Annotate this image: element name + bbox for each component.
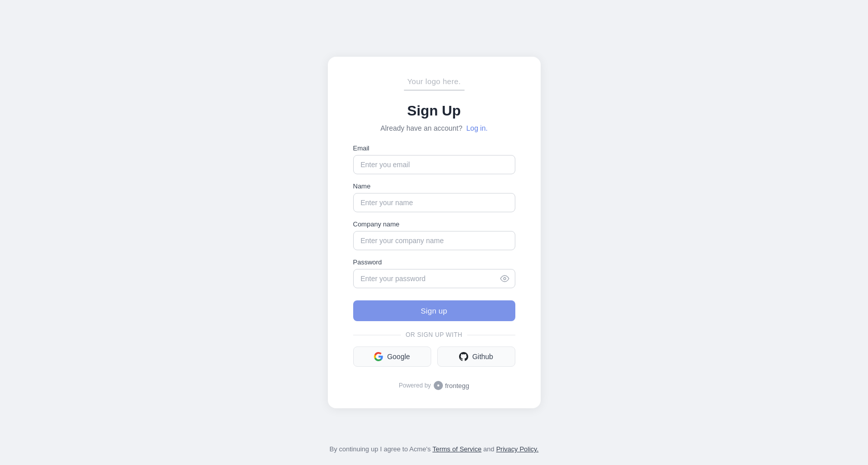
subtitle-text: Already have an account? [381, 124, 463, 132]
name-input[interactable] [353, 193, 515, 212]
github-icon [459, 352, 468, 361]
email-group: Email [353, 144, 515, 174]
password-group: Password [353, 258, 515, 288]
divider: OR SIGN UP WITH [353, 331, 515, 338]
privacy-link[interactable]: Privacy Policy. [496, 445, 539, 453]
logo-text: Your logo here. [407, 77, 461, 86]
footer-text: By continuing up I agree to Acme's Terms… [329, 445, 539, 453]
company-label: Company name [353, 220, 515, 228]
toggle-password-icon[interactable] [500, 274, 509, 283]
password-input[interactable] [353, 269, 515, 288]
page-wrapper: Your logo here. Sign Up Already have an … [0, 0, 868, 465]
password-label: Password [353, 258, 515, 266]
google-label: Google [387, 353, 410, 361]
powered-by-text: Powered by [399, 382, 431, 389]
email-label: Email [353, 144, 515, 152]
name-group: Name [353, 182, 515, 212]
name-label: Name [353, 182, 515, 190]
signup-card: Your logo here. Sign Up Already have an … [328, 57, 541, 408]
password-wrapper [353, 269, 515, 288]
divider-text: OR SIGN UP WITH [401, 331, 468, 338]
github-label: Github [472, 353, 493, 361]
login-link[interactable]: Log in. [466, 124, 487, 132]
google-button[interactable]: Google [353, 346, 431, 367]
frontegg-brand-name: frontegg [445, 382, 469, 390]
powered-by: Powered by frontegg [399, 381, 469, 390]
frontegg-logo: frontegg [434, 381, 469, 390]
google-icon [374, 352, 383, 361]
terms-link[interactable]: Terms of Service [432, 445, 481, 453]
subtitle: Already have an account? Log in. [381, 124, 488, 132]
company-input[interactable] [353, 231, 515, 250]
svg-point-0 [503, 278, 506, 280]
signup-button[interactable]: Sign up [353, 300, 515, 321]
logo-underline [404, 90, 465, 91]
github-button[interactable]: Github [437, 346, 515, 367]
form-title: Sign Up [407, 103, 461, 119]
social-buttons: Google Github [353, 346, 515, 367]
logo-area: Your logo here. [404, 77, 465, 91]
divider-line-left [353, 335, 401, 335]
email-input[interactable] [353, 155, 515, 174]
footer-prefix: By continuing up I agree to Acme's [329, 445, 431, 453]
frontegg-icon [434, 381, 443, 390]
company-group: Company name [353, 220, 515, 250]
footer-and: and [483, 445, 495, 453]
divider-line-right [467, 335, 515, 335]
